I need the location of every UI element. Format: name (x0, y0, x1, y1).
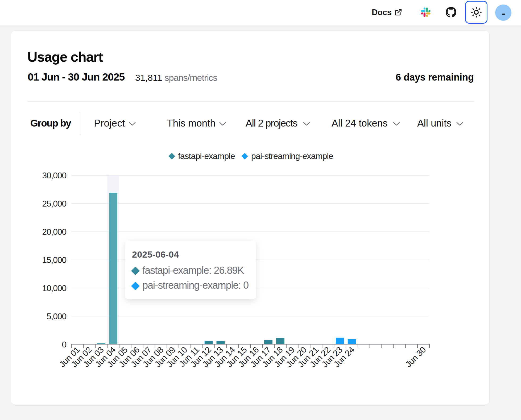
svg-text:10,000: 10,000 (42, 283, 66, 293)
svg-text:25,000: 25,000 (42, 199, 66, 208)
svg-text:fastapi-example: fastapi-example (178, 151, 235, 161)
svg-text:Jun 30: Jun 30 (403, 345, 428, 369)
svg-text:pai-streaming-example: pai-streaming-example (251, 151, 333, 161)
svg-text:15,000: 15,000 (42, 255, 66, 265)
svg-text:20,000: 20,000 (42, 227, 66, 237)
svg-text:30,000: 30,000 (42, 171, 66, 180)
svg-text:5,000: 5,000 (47, 312, 66, 321)
svg-text:0: 0 (62, 340, 66, 349)
